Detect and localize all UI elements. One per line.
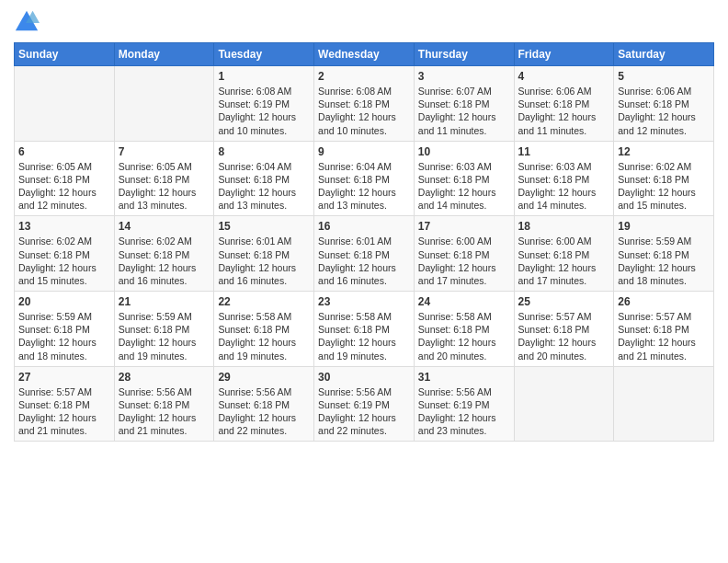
calendar-cell: 24Sunrise: 5:58 AM Sunset: 6:18 PM Dayli…: [414, 292, 514, 367]
calendar-cell: [15, 66, 115, 142]
day-info: Sunrise: 5:56 AM Sunset: 6:19 PM Dayligh…: [418, 385, 510, 438]
calendar-cell: 8Sunrise: 6:04 AM Sunset: 6:18 PM Daylig…: [214, 141, 314, 216]
logo: [14, 9, 41, 35]
day-info: Sunrise: 5:59 AM Sunset: 6:18 PM Dayligh…: [18, 310, 110, 362]
calendar-cell: 26Sunrise: 5:57 AM Sunset: 6:18 PM Dayli…: [614, 292, 714, 367]
day-number: 23: [318, 295, 410, 308]
day-info: Sunrise: 6:04 AM Sunset: 6:18 PM Dayligh…: [218, 160, 310, 213]
day-number: 13: [18, 220, 110, 233]
day-number: 15: [218, 220, 310, 233]
calendar-cell: 12Sunrise: 6:02 AM Sunset: 6:18 PM Dayli…: [614, 141, 714, 216]
day-number: 21: [119, 295, 210, 308]
day-info: Sunrise: 5:57 AM Sunset: 6:18 PM Dayligh…: [518, 310, 610, 362]
day-info: Sunrise: 6:06 AM Sunset: 6:18 PM Dayligh…: [518, 85, 610, 137]
day-info: Sunrise: 6:08 AM Sunset: 6:19 PM Dayligh…: [218, 85, 310, 137]
weekday-header: Wednesday: [314, 43, 415, 66]
day-number: 6: [18, 145, 110, 158]
day-number: 26: [618, 295, 710, 308]
day-info: Sunrise: 5:56 AM Sunset: 6:19 PM Dayligh…: [318, 385, 410, 438]
day-number: 28: [119, 371, 210, 384]
day-info: Sunrise: 6:01 AM Sunset: 6:18 PM Dayligh…: [218, 235, 310, 287]
day-number: 9: [318, 145, 410, 158]
calendar-cell: [114, 66, 214, 142]
day-info: Sunrise: 6:01 AM Sunset: 6:18 PM Dayligh…: [318, 235, 410, 287]
day-info: Sunrise: 6:02 AM Sunset: 6:18 PM Dayligh…: [119, 235, 210, 287]
day-number: 31: [418, 371, 510, 384]
calendar-cell: 17Sunrise: 6:00 AM Sunset: 6:18 PM Dayli…: [414, 216, 514, 292]
day-info: Sunrise: 6:07 AM Sunset: 6:18 PM Dayligh…: [418, 85, 510, 137]
day-info: Sunrise: 5:57 AM Sunset: 6:18 PM Dayligh…: [618, 310, 710, 362]
day-number: 3: [418, 70, 510, 83]
calendar-cell: 28Sunrise: 5:56 AM Sunset: 6:18 PM Dayli…: [114, 366, 214, 442]
day-info: Sunrise: 5:59 AM Sunset: 6:18 PM Dayligh…: [618, 235, 710, 287]
day-number: 10: [418, 145, 510, 158]
calendar-cell: 20Sunrise: 5:59 AM Sunset: 6:18 PM Dayli…: [15, 292, 115, 367]
day-info: Sunrise: 5:56 AM Sunset: 6:18 PM Dayligh…: [218, 385, 310, 438]
weekday-header: Monday: [114, 43, 214, 66]
calendar-week-row: 1Sunrise: 6:08 AM Sunset: 6:19 PM Daylig…: [15, 66, 714, 142]
day-info: Sunrise: 5:59 AM Sunset: 6:18 PM Dayligh…: [119, 310, 210, 362]
day-number: 11: [518, 145, 610, 158]
day-info: Sunrise: 6:00 AM Sunset: 6:18 PM Dayligh…: [518, 235, 610, 287]
day-number: 4: [518, 70, 610, 83]
day-number: 25: [518, 295, 610, 308]
calendar-cell: 10Sunrise: 6:03 AM Sunset: 6:18 PM Dayli…: [414, 141, 514, 216]
calendar-cell: 2Sunrise: 6:08 AM Sunset: 6:18 PM Daylig…: [314, 66, 415, 142]
day-number: 20: [18, 295, 110, 308]
logo-icon: [14, 9, 40, 35]
day-info: Sunrise: 6:04 AM Sunset: 6:18 PM Dayligh…: [318, 160, 410, 213]
header: [14, 9, 714, 35]
calendar-cell: 18Sunrise: 6:00 AM Sunset: 6:18 PM Dayli…: [514, 216, 614, 292]
calendar-cell: 11Sunrise: 6:03 AM Sunset: 6:18 PM Dayli…: [514, 141, 614, 216]
calendar-week-row: 13Sunrise: 6:02 AM Sunset: 6:18 PM Dayli…: [15, 216, 714, 292]
day-info: Sunrise: 5:57 AM Sunset: 6:18 PM Dayligh…: [18, 385, 110, 438]
calendar-cell: [614, 366, 714, 442]
day-info: Sunrise: 5:58 AM Sunset: 6:18 PM Dayligh…: [218, 310, 310, 362]
calendar-cell: 14Sunrise: 6:02 AM Sunset: 6:18 PM Dayli…: [114, 216, 214, 292]
calendar-cell: 23Sunrise: 5:58 AM Sunset: 6:18 PM Dayli…: [314, 292, 415, 367]
weekday-header: Tuesday: [214, 43, 314, 66]
day-number: 29: [218, 371, 310, 384]
day-info: Sunrise: 6:06 AM Sunset: 6:18 PM Dayligh…: [618, 85, 710, 137]
weekday-header: Thursday: [414, 43, 514, 66]
day-number: 8: [218, 145, 310, 158]
day-number: 30: [318, 371, 410, 384]
weekday-header: Saturday: [614, 43, 714, 66]
day-info: Sunrise: 6:03 AM Sunset: 6:18 PM Dayligh…: [418, 160, 510, 213]
day-number: 2: [318, 70, 410, 83]
weekday-header: Sunday: [15, 43, 115, 66]
day-info: Sunrise: 6:02 AM Sunset: 6:18 PM Dayligh…: [18, 235, 110, 287]
page: SundayMondayTuesdayWednesdayThursdayFrid…: [0, 0, 728, 563]
calendar-cell: 22Sunrise: 5:58 AM Sunset: 6:18 PM Dayli…: [214, 292, 314, 367]
calendar-cell: 15Sunrise: 6:01 AM Sunset: 6:18 PM Dayli…: [214, 216, 314, 292]
day-info: Sunrise: 6:05 AM Sunset: 6:18 PM Dayligh…: [18, 160, 110, 213]
day-info: Sunrise: 6:02 AM Sunset: 6:18 PM Dayligh…: [618, 160, 710, 213]
calendar-cell: 5Sunrise: 6:06 AM Sunset: 6:18 PM Daylig…: [614, 66, 714, 142]
day-number: 14: [119, 220, 210, 233]
calendar-body: 1Sunrise: 6:08 AM Sunset: 6:19 PM Daylig…: [15, 66, 714, 442]
calendar-cell: 6Sunrise: 6:05 AM Sunset: 6:18 PM Daylig…: [15, 141, 115, 216]
day-number: 16: [318, 220, 410, 233]
day-number: 5: [618, 70, 710, 83]
day-number: 27: [18, 371, 110, 384]
weekday-header: Friday: [514, 43, 614, 66]
calendar-cell: 1Sunrise: 6:08 AM Sunset: 6:19 PM Daylig…: [214, 66, 314, 142]
calendar-week-row: 6Sunrise: 6:05 AM Sunset: 6:18 PM Daylig…: [15, 141, 714, 216]
calendar-week-row: 27Sunrise: 5:57 AM Sunset: 6:18 PM Dayli…: [15, 366, 714, 442]
calendar-cell: [514, 366, 614, 442]
calendar-header: SundayMondayTuesdayWednesdayThursdayFrid…: [15, 43, 714, 66]
day-number: 17: [418, 220, 510, 233]
day-info: Sunrise: 6:08 AM Sunset: 6:18 PM Dayligh…: [318, 85, 410, 137]
calendar-cell: 16Sunrise: 6:01 AM Sunset: 6:18 PM Dayli…: [314, 216, 415, 292]
calendar-week-row: 20Sunrise: 5:59 AM Sunset: 6:18 PM Dayli…: [15, 292, 714, 367]
calendar-cell: 27Sunrise: 5:57 AM Sunset: 6:18 PM Dayli…: [15, 366, 115, 442]
calendar-cell: 3Sunrise: 6:07 AM Sunset: 6:18 PM Daylig…: [414, 66, 514, 142]
day-info: Sunrise: 5:58 AM Sunset: 6:18 PM Dayligh…: [318, 310, 410, 362]
day-info: Sunrise: 6:03 AM Sunset: 6:18 PM Dayligh…: [518, 160, 610, 213]
day-number: 24: [418, 295, 510, 308]
calendar-cell: 21Sunrise: 5:59 AM Sunset: 6:18 PM Dayli…: [114, 292, 214, 367]
weekday-row: SundayMondayTuesdayWednesdayThursdayFrid…: [15, 43, 714, 66]
calendar-cell: 7Sunrise: 6:05 AM Sunset: 6:18 PM Daylig…: [114, 141, 214, 216]
calendar-cell: 25Sunrise: 5:57 AM Sunset: 6:18 PM Dayli…: [514, 292, 614, 367]
calendar-cell: 29Sunrise: 5:56 AM Sunset: 6:18 PM Dayli…: [214, 366, 314, 442]
